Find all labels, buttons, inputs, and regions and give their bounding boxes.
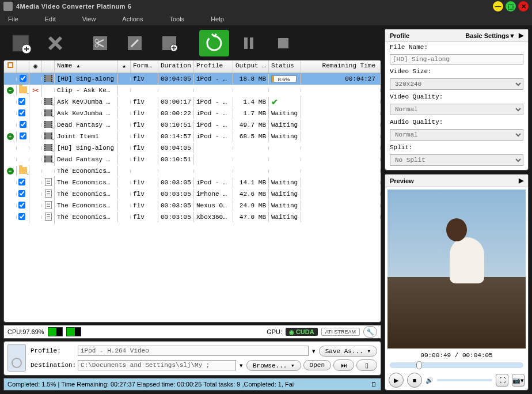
column-header[interactable]: Name ▲: [55, 60, 118, 73]
column-headers: ◉Name ▲★FormatDurationProfileOutput Size…: [4, 60, 381, 73]
videoquality-label: Video Quality:: [385, 92, 528, 102]
column-header[interactable]: ◉: [29, 60, 42, 73]
open-button[interactable]: Open: [303, 360, 331, 370]
row-checkbox[interactable]: [20, 75, 26, 82]
column-header[interactable]: [4, 60, 17, 73]
status-text: Completed: 1.5% | Time Remaining: 00:27:…: [7, 381, 371, 388]
menu-help[interactable]: Help: [211, 16, 224, 22]
audioquality-select[interactable]: Normal: [390, 129, 523, 141]
profile-select[interactable]: [78, 346, 309, 356]
column-header[interactable]: Remaining Time: [301, 60, 381, 73]
row-checkbox[interactable]: [18, 109, 25, 116]
menu-actions[interactable]: Actions: [122, 16, 143, 22]
ipod-transfer-button[interactable]: ▯: [356, 359, 377, 371]
column-header[interactable]: Output Size: [233, 60, 269, 73]
row-checkbox[interactable]: [18, 213, 25, 220]
toolbar: [3, 29, 381, 58]
effects-button[interactable]: [154, 30, 184, 56]
film-icon: [44, 156, 52, 162]
row-checkbox[interactable]: [18, 202, 25, 209]
menu-tools[interactable]: Tools: [169, 16, 184, 22]
column-header[interactable]: ★: [118, 60, 131, 73]
column-header[interactable]: Profile: [194, 60, 233, 73]
settings-icon[interactable]: 🔧: [363, 326, 377, 338]
table-row[interactable]: Dead Fantasy …flv00:10:51iPod - H…49.7 M…: [4, 119, 381, 131]
basic-settings-toggle[interactable]: Basic Settings▼: [465, 32, 515, 39]
clip-button[interactable]: [85, 30, 115, 56]
videoquality-select[interactable]: Normal: [390, 104, 523, 115]
film-icon: [44, 121, 52, 128]
table-row[interactable]: [HD] Sing-alongflv00:04:05iPod - H…18.8 …: [4, 73, 381, 85]
profile-panel: Profile Basic Settings▼ ▶ File Name: Vid…: [385, 29, 529, 171]
gpu-label: GPU:: [267, 328, 282, 335]
maximize-button[interactable]: ⬚: [506, 1, 516, 12]
add-file-button[interactable]: [6, 30, 36, 56]
svg-rect-10: [278, 38, 288, 48]
table-row[interactable]: Ask KevJumba …flv00:00:17iPod - H…1.4 MB…: [4, 96, 381, 108]
cpu-core-icon: [48, 327, 63, 336]
menu-view[interactable]: View: [82, 16, 96, 22]
stop-button[interactable]: [268, 30, 298, 56]
videosize-select[interactable]: 320x240: [390, 78, 523, 90]
play-button[interactable]: ▶: [389, 373, 404, 388]
table-row[interactable]: −✂Clip - Ask Ke…: [4, 85, 381, 96]
close-button[interactable]: ✕: [518, 1, 529, 12]
minimize-button[interactable]: —: [493, 1, 503, 12]
profile-label: Profile:: [31, 347, 75, 354]
film-icon: [44, 144, 52, 151]
row-checkbox[interactable]: [20, 121, 26, 128]
browse-button[interactable]: Browse... ▾: [246, 360, 301, 371]
menu-file[interactable]: File: [8, 16, 18, 22]
row-checkbox[interactable]: [18, 190, 25, 197]
table-row[interactable]: Dead Fantasy …flv00:10:51: [4, 154, 381, 165]
destination-input[interactable]: [78, 360, 236, 370]
split-select[interactable]: No Split: [390, 154, 523, 166]
expand-icon[interactable]: ▶: [519, 32, 523, 39]
snapshot-icon[interactable]: 📷▾: [512, 374, 525, 387]
table-row[interactable]: −The Economics…: [4, 165, 381, 177]
cpu-label: CPU:97.69%: [7, 328, 44, 335]
crop-icon[interactable]: ⛶: [496, 374, 508, 387]
filename-input[interactable]: [390, 54, 523, 65]
convert-button[interactable]: [199, 30, 229, 56]
cpu-core-icon: [66, 327, 81, 336]
svg-rect-8: [244, 37, 248, 49]
audioquality-label: Audio Quality:: [385, 117, 528, 127]
edit-button[interactable]: [120, 30, 150, 56]
preview-time: 00:00:49 / 00:04:05: [385, 351, 528, 360]
log-icon[interactable]: 🗒: [371, 381, 377, 388]
row-checkbox[interactable]: [20, 132, 26, 139]
seek-slider[interactable]: [390, 362, 523, 368]
row-checkbox[interactable]: [18, 98, 25, 105]
save-as-button[interactable]: Save As... ▾: [319, 346, 377, 357]
row-checkbox[interactable]: [18, 179, 25, 185]
table-row[interactable]: The Economics…flv00:03:05Nexus On…24.9 M…: [4, 200, 381, 211]
volume-icon[interactable]: 🔊: [425, 377, 434, 384]
menu-edit[interactable]: Edit: [45, 16, 56, 22]
expand-icon[interactable]: ▶: [519, 177, 523, 184]
table-row[interactable]: The Economics…flv00:03:05iPod - H…14.1 M…: [4, 177, 381, 188]
table-row[interactable]: Ask KevJumba …flv00:00:22iPod - H…1.7 MB…: [4, 108, 381, 119]
stop-preview-button[interactable]: ■: [407, 373, 422, 388]
preview-video[interactable]: [387, 190, 526, 348]
table-row[interactable]: +Joint Item1flv00:14:57iPod - H…68.5 MBW…: [4, 131, 381, 142]
column-header[interactable]: Duration: [158, 60, 194, 73]
volume-slider[interactable]: [437, 379, 492, 381]
titlebar: 4Media Video Converter Platinum 6 — ⬚ ✕: [0, 0, 532, 13]
preview-panel: Preview ▶ 00:00:49 / 00:04:05 ▶ ■ 🔊 ⛶ 📷▾: [385, 174, 529, 391]
column-header[interactable]: Status: [269, 60, 301, 73]
column-header[interactable]: [17, 60, 29, 73]
column-header[interactable]: Format: [131, 60, 158, 73]
delete-button[interactable]: [40, 30, 70, 56]
column-header[interactable]: [42, 60, 55, 73]
table-row[interactable]: The Economics…flv00:03:05iPhone -…42.6 M…: [4, 188, 381, 200]
doc-icon: [45, 213, 52, 221]
doc-icon: [45, 190, 52, 198]
table-row[interactable]: [HD] Sing-alongflv00:04:05: [4, 142, 381, 154]
menubar: FileEditViewActionsToolsHelp: [0, 13, 532, 25]
forward-button[interactable]: ⏭: [333, 359, 354, 371]
pause-button[interactable]: [234, 30, 264, 56]
check-icon: ✔: [271, 97, 278, 107]
profile-heading: Profile: [390, 32, 409, 39]
table-row[interactable]: The Economics…flv00:03:05Xbox360 …47.0 M…: [4, 211, 381, 223]
